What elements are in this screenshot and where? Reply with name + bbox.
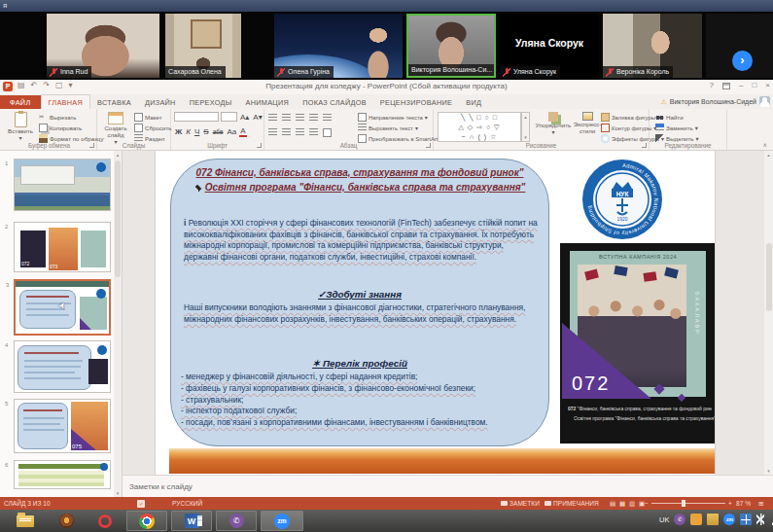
shrink-font-button[interactable]: А▾: [252, 113, 263, 122]
new-slide-button[interactable]: Создать слайд ▾: [99, 112, 132, 145]
change-case-button[interactable]: Аа: [226, 127, 237, 136]
replace-button[interactable]: Заменить▾: [655, 124, 698, 132]
fit-to-window-button[interactable]: ⊞: [758, 497, 764, 510]
find-button[interactable]: Найти: [655, 113, 684, 122]
quick-styles-button[interactable]: Экспресс-стили: [572, 112, 603, 134]
bullets-button[interactable]: [268, 114, 277, 123]
scroll-down-icon[interactable]: ▾: [114, 490, 122, 496]
dialog-launcher-icon[interactable]: [642, 143, 647, 148]
zoom-slider-track[interactable]: [651, 503, 725, 504]
taskbar-viber-button[interactable]: ✆: [216, 511, 257, 531]
zoom-out-button[interactable]: −: [645, 497, 649, 510]
zoom-slider-thumb[interactable]: [682, 500, 685, 507]
participant-tile[interactable]: Сахарова Олена: [165, 14, 241, 78]
text-direction-button[interactable]: Направление текста▾: [358, 113, 428, 122]
font-color-button[interactable]: А: [239, 126, 246, 137]
cut-button[interactable]: ✂Вырезать: [39, 113, 77, 122]
account-area[interactable]: ⚠ Виктория Волошина-Сидей: [661, 96, 771, 107]
tab-animations[interactable]: АНИМАЦИЯ: [238, 95, 296, 109]
minimize-button[interactable]: –: [739, 81, 743, 89]
tab-slideshow[interactable]: ПОКАЗ СЛАЙДОВ: [296, 95, 373, 109]
taskbar-explorer-button[interactable]: [6, 511, 45, 531]
shape-outline-button[interactable]: Контур фигуры▾: [601, 124, 656, 132]
align-center-button[interactable]: [282, 128, 291, 137]
align-right-button[interactable]: [296, 128, 304, 137]
zoom-in-button[interactable]: +: [728, 497, 732, 510]
tray-zoom-icon[interactable]: zm: [723, 514, 735, 525]
font-size-input[interactable]: [221, 112, 237, 122]
thumbnail-scrollbar[interactable]: ▴ ▾: [114, 151, 122, 497]
slide-thumbnail-6[interactable]: 6: [14, 460, 111, 489]
slide-thumbnail-5[interactable]: 5 075: [14, 399, 111, 453]
slide-thumbnail-1[interactable]: 1: [14, 159, 111, 211]
grow-font-button[interactable]: А▴: [239, 113, 250, 122]
paste-button[interactable]: Вставить ▾: [6, 112, 35, 141]
taskbar-image-viewer-button[interactable]: [49, 511, 84, 531]
justify-button[interactable]: [309, 128, 318, 137]
dialog-launcher-icon[interactable]: [89, 143, 94, 148]
taskbar-chrome-button[interactable]: [126, 511, 167, 531]
spell-check-icon[interactable]: ✓: [137, 500, 145, 508]
main-vertical-scrollbar[interactable]: ▴ ▾: [764, 151, 773, 475]
font-name-input[interactable]: [174, 112, 219, 122]
taskbar-opera-button[interactable]: [88, 511, 123, 531]
next-participants-button[interactable]: ›: [732, 51, 753, 71]
maximize-button[interactable]: □: [752, 81, 756, 89]
participant-tile[interactable]: Уляна Скорук Уляна Скорук: [500, 14, 599, 78]
slide-thumbnail-3-selected[interactable]: 3 ➤: [14, 279, 111, 336]
increase-indent-button[interactable]: [309, 114, 318, 123]
taskbar-word-button[interactable]: W: [171, 511, 212, 531]
slide-thumbnail-2[interactable]: 2 072 073: [14, 222, 111, 272]
tray-viber-icon[interactable]: ✆: [674, 514, 685, 525]
scrollbar-thumb[interactable]: [115, 160, 121, 277]
participant-tile-active-speaker[interactable]: Виктория Волошина-Си...: [406, 14, 496, 78]
tab-view[interactable]: ВИД: [459, 95, 488, 109]
close-button[interactable]: ×: [765, 81, 770, 89]
scrollbar-thumb[interactable]: [766, 243, 772, 311]
bold-button[interactable]: Ж: [174, 127, 183, 136]
strikethrough-button[interactable]: S: [202, 127, 209, 136]
participant-tile[interactable]: Вероніка Король: [603, 14, 702, 78]
shapes-gallery-scroll[interactable]: ▴ ▾: [521, 112, 530, 142]
tray-grid-icon[interactable]: [740, 514, 752, 525]
tab-file[interactable]: ФАЙЛ: [0, 95, 41, 109]
taskbar-zoom-button[interactable]: zm: [261, 511, 303, 531]
zoom-level[interactable]: 87 %: [736, 497, 751, 510]
decrease-indent-button[interactable]: [296, 114, 304, 123]
ribbon-display-options-button[interactable]: [722, 83, 730, 89]
arrange-button[interactable]: Упорядочить ▾: [535, 112, 572, 135]
participant-tile[interactable]: Олена Гуріна: [274, 14, 403, 78]
scroll-up-icon[interactable]: ▴: [764, 152, 773, 158]
tray-orange-icon[interactable]: [690, 514, 702, 525]
proofing-language[interactable]: РУССКИЙ: [172, 497, 202, 510]
tab-design[interactable]: ДИЗАЙН: [138, 95, 183, 109]
language-indicator[interactable]: UK: [659, 515, 669, 524]
dialog-launcher-icon[interactable]: [426, 143, 431, 148]
participant-tile[interactable]: Inna Rud: [47, 14, 159, 78]
help-button[interactable]: ?: [710, 81, 714, 89]
abc-strike-button[interactable]: абв: [212, 128, 225, 135]
dialog-launcher-icon[interactable]: [257, 143, 262, 148]
tab-transitions[interactable]: ПЕРЕХОДЫ: [183, 95, 239, 109]
align-text-button[interactable]: Выровнять текст▾: [358, 124, 418, 132]
line-spacing-button[interactable]: [323, 114, 332, 123]
notes-pane[interactable]: Заметки к слайду: [123, 475, 773, 497]
italic-button[interactable]: К: [185, 127, 192, 136]
copy-button[interactable]: Копировать: [39, 124, 82, 132]
view-normal-button[interactable]: ▤: [610, 497, 615, 510]
comments-toggle-button[interactable]: ПРИМЕЧАНИЯ: [545, 497, 599, 510]
tab-home[interactable]: ГЛАВНАЯ: [41, 94, 91, 109]
network-signal-icon[interactable]: [769, 514, 773, 525]
align-left-button[interactable]: [268, 128, 277, 137]
collapse-ribbon-button[interactable]: ∧: [763, 141, 767, 148]
shapes-gallery[interactable]: ╲ ╲ □ ○ □ △ ◇ ⇨ ○ ▽ ~ ∩ ( ) ☆: [438, 112, 521, 142]
reset-button[interactable]: Сбросить: [134, 124, 172, 132]
tab-insert[interactable]: ВСТАВКА: [90, 95, 138, 109]
tab-review[interactable]: РЕЦЕНЗИРОВАНИЕ: [373, 95, 459, 109]
notes-toggle-button[interactable]: ЗАМЕТКИ: [501, 497, 540, 510]
slide-thumbnail-4[interactable]: 4: [14, 340, 111, 393]
underline-button[interactable]: Ч: [193, 127, 200, 136]
bluetooth-icon[interactable]: [756, 514, 764, 525]
numbering-button[interactable]: [282, 114, 291, 123]
scroll-down-icon[interactable]: ▾: [764, 468, 773, 474]
